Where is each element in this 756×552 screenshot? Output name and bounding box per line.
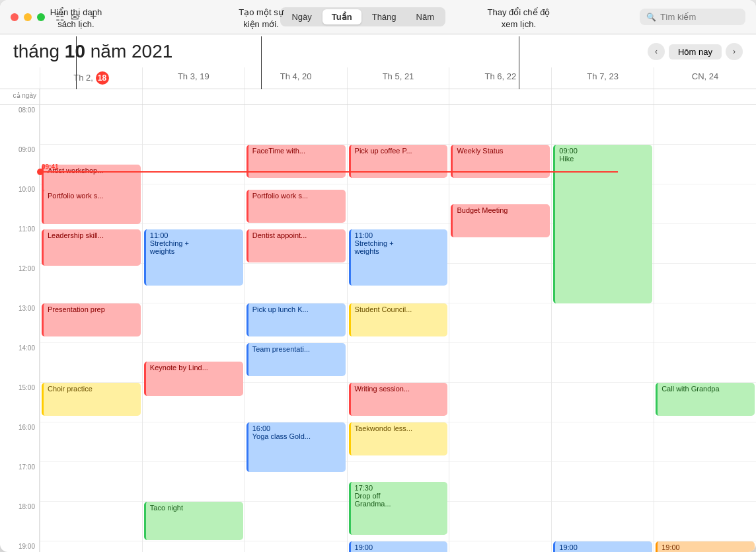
event-weekly-status[interactable]: Weekly Status [451,145,550,178]
event-portfolio-wed[interactable]: Portfolio work s... [246,190,346,223]
time-col: 08:00 09:00 10:00 11:00 12:00 13:00 14:0… [0,105,40,552]
time-grid: 08:00 09:00 10:00 11:00 12:00 13:00 14:0… [0,105,756,552]
view-selector: Ngày Tuần Tháng Năm [105,7,621,26]
time-15: 15:00 [0,383,40,422]
event-facetime[interactable]: FaceTime with... [246,145,346,178]
day-header-sat: Th 7, 23 [551,67,654,89]
inbox-icon[interactable]: ✉ [71,11,79,23]
nav-controls: ‹ Hôm nay › [648,43,743,60]
time-grid-wrapper: 08:00 09:00 10:00 11:00 12:00 13:00 14:0… [0,105,756,552]
search-input[interactable] [660,12,739,22]
today-button[interactable]: Hôm nay [669,44,722,59]
event-sat-19[interactable]: 19:00 [553,541,652,552]
all-day-row: cả ngày [0,89,756,105]
time-18: 18:00 [0,502,40,541]
time-14: 14:00 [0,343,40,383]
titlebar-icons: ☷ ✉ [56,11,79,23]
page-title: tháng 10 năm 2021 [13,41,172,62]
all-day-sun [654,89,756,104]
event-presentation-prep[interactable]: Presentation prep [42,303,141,336]
search-icon: 🔍 [646,13,656,22]
day-headers: Th 2, 18 Th 3, 19 Th 4, 20 Th 5, 21 Th 6… [0,67,756,89]
maximize-button[interactable] [37,13,45,21]
tab-week[interactable]: Tuần [322,9,361,24]
all-day-fri [449,89,551,104]
all-day-thu [347,89,449,104]
add-event-button[interactable]: + [90,10,97,24]
time-16: 16:00 [0,422,40,462]
event-budget-meeting[interactable]: Budget Meeting [451,204,550,237]
time-19: 19:00 [0,541,40,552]
all-day-tue [142,89,245,104]
tab-day[interactable]: Ngày [282,9,321,24]
event-taekwondo[interactable]: Taekwondo less... [349,422,448,455]
month-prefix: tháng [13,41,65,61]
all-day-mon [40,89,142,104]
time-10: 10:00 [0,184,40,224]
time-header-cell [0,67,40,89]
time-11: 11:00 [0,224,40,264]
all-day-wed [245,89,347,104]
year-label: năm 2021 [85,41,172,61]
tab-month[interactable]: Tháng [363,9,406,24]
event-pickup-coffee[interactable]: Pick up coffee P... [349,145,448,178]
month-header: tháng 10 năm 2021 ‹ Hôm nay › [0,34,756,67]
event-thu-19[interactable]: 19:00 [349,541,448,552]
event-sun-19[interactable]: 19:00 [656,541,755,552]
all-day-sat [551,89,654,104]
day-header-mon: Th 2, 18 [40,67,142,89]
day-header-tue: Th 3, 19 [142,67,245,89]
time-12: 12:00 [0,264,40,303]
day-header-fri: Th 6, 22 [449,67,551,89]
event-dropoff-grandma[interactable]: 17:30Drop offGrandma... [349,482,448,535]
view-tabs: Ngày Tuần Tháng Năm [280,7,445,26]
event-hike[interactable]: 09:00Hike [553,145,652,303]
titlebar: ☷ ✉ + Ngày Tuần Tháng Năm 🔍 [0,0,756,34]
time-08: 08:00 [0,105,40,145]
event-team-presentation[interactable]: Team presentati... [246,343,346,376]
event-portfolio-mon[interactable]: Portfolio work s... [42,190,141,224]
all-day-label: cả ngày [0,89,40,104]
day-header-sun: CN, 24 [654,67,756,89]
time-13: 13:00 [0,303,40,343]
event-call-grandpa[interactable]: Call with Grandpa [656,383,755,416]
day-header-wed: Th 4, 20 [245,67,347,89]
event-student-council[interactable]: Student Council... [349,303,448,336]
day-col-sun: Call with Grandpa 19:00 [654,105,756,552]
next-button[interactable]: › [726,43,743,60]
time-09: 09:00 [0,145,40,184]
event-taco-night[interactable]: Taco night [144,502,243,540]
minimize-button[interactable] [24,13,32,21]
calendar-list-icon[interactable]: ☷ [56,11,64,23]
event-leadership[interactable]: Leadership skill... [42,229,141,266]
today-badge: 18 [96,71,109,85]
event-stretching-thu[interactable]: 11:00Stretching +weights [349,229,448,286]
time-17: 17:00 [0,462,40,502]
event-yoga[interactable]: 16:00Yoga class Gold... [246,422,346,472]
prev-button[interactable]: ‹ [648,43,665,60]
event-pickup-lunch[interactable]: Pick up lunch K... [246,303,346,336]
close-button[interactable] [11,13,19,21]
day-col-mon: 09:41 Artist workshop... Portfolio work … [40,105,142,552]
event-choir[interactable]: Choir practice [42,383,141,416]
tab-year[interactable]: Năm [407,9,443,24]
month-number: 10 [65,41,85,61]
event-keynote[interactable]: Keynote by Lind... [144,362,243,396]
calendar-grid: Th 2, 18 Th 3, 19 Th 4, 20 Th 5, 21 Th 6… [0,67,756,552]
traffic-lights [11,13,45,21]
event-writing-session[interactable]: Writing session... [349,383,448,416]
search-bar[interactable]: 🔍 [640,9,745,25]
day-header-thu: Th 5, 21 [347,67,449,89]
event-stretching-tue[interactable]: 11:00Stretching +weights [144,229,243,286]
event-dentist[interactable]: Dentist appoint... [246,229,346,262]
